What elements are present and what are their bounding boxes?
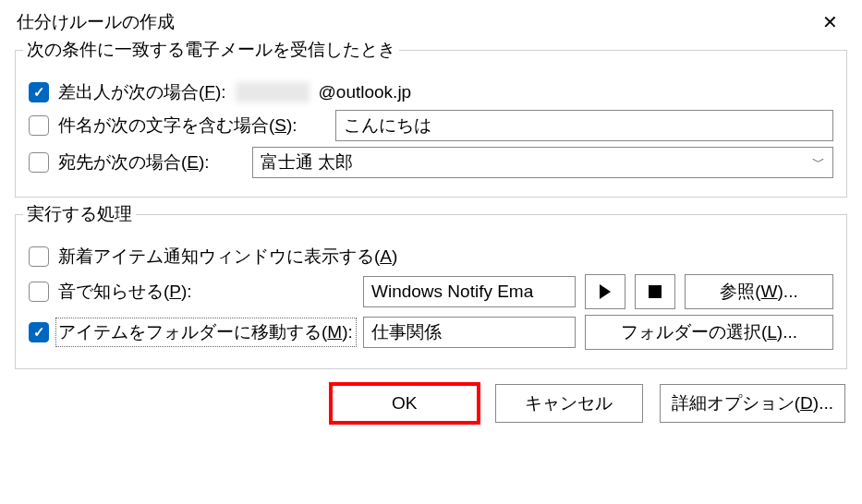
recipient-value: 富士通 太郎 [261, 150, 353, 174]
stop-button[interactable] [635, 274, 675, 309]
sound-label: 音で知らせる(P): [58, 280, 354, 304]
subject-input[interactable] [335, 110, 833, 141]
conditions-legend: 次の条件に一致する電子メールを受信したとき [23, 38, 399, 62]
dialog-title: 仕分けルールの作成 [17, 10, 175, 34]
chevron-down-icon: ﹀ [812, 154, 825, 171]
sender-label: 差出人が次の場合(F): [58, 80, 226, 104]
conditions-group: 次の条件に一致する電子メールを受信したとき 差出人が次の場合(F): @outl… [15, 50, 847, 198]
alert-label: 新着アイテム通知ウィンドウに表示する(A) [58, 245, 397, 269]
stop-icon [649, 285, 662, 298]
subject-label: 件名が次の文字を含む場合(S): [58, 114, 326, 138]
browse-button[interactable]: 参照(W)... [685, 274, 833, 309]
advanced-options-button[interactable]: 詳細オプション(D)... [660, 384, 845, 423]
play-button[interactable] [585, 274, 625, 309]
play-icon [600, 284, 611, 299]
alert-checkbox[interactable] [29, 246, 49, 267]
recipient-select[interactable]: 富士通 太郎 ﹀ [252, 147, 833, 178]
close-icon[interactable]: ✕ [811, 7, 849, 37]
cancel-button[interactable]: キャンセル [495, 384, 643, 423]
dialog-buttons: OK キャンセル 詳細オプション(D)... [0, 377, 862, 430]
actions-group: 実行する処理 新着アイテム通知ウィンドウに表示する(A) 音で知らせる(P): … [15, 214, 847, 369]
subject-checkbox[interactable] [29, 115, 49, 136]
move-checkbox[interactable] [29, 322, 49, 342]
sound-checkbox[interactable] [29, 282, 49, 302]
actions-legend: 実行する処理 [23, 202, 136, 226]
move-folder-input[interactable] [363, 317, 576, 348]
recipient-checkbox[interactable] [29, 152, 49, 173]
sound-input[interactable] [363, 276, 576, 307]
recipient-label: 宛先が次の場合(E): [58, 150, 243, 174]
ok-button[interactable]: OK [331, 384, 479, 423]
sender-redacted [236, 82, 310, 102]
sender-checkbox[interactable] [29, 82, 49, 102]
select-folder-button[interactable]: フォルダーの選択(L)... [585, 315, 833, 350]
move-label: アイテムをフォルダーに移動する(M): [58, 320, 354, 344]
sender-email-suffix: @outlook.jp [319, 82, 412, 102]
